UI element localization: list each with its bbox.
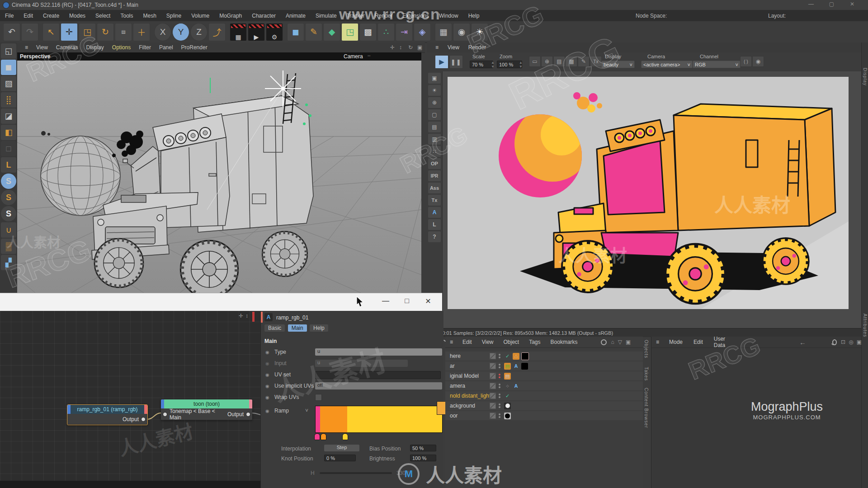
render-dots[interactable] <box>499 384 500 388</box>
tab-help[interactable]: Help <box>310 324 328 332</box>
hamburger-icon[interactable]: ≡ <box>450 339 458 345</box>
op-button[interactable]: OP <box>428 158 441 169</box>
vp-menu-options[interactable]: Options <box>108 44 135 51</box>
tx-button[interactable]: Tx <box>428 195 441 206</box>
material-tag-icon[interactable] <box>521 363 528 370</box>
render-dots[interactable] <box>499 374 500 378</box>
display-select[interactable]: beauty˅ <box>601 61 635 68</box>
ipr-play-button[interactable]: ▶ <box>435 55 448 69</box>
ipr-button[interactable]: IPR <box>428 170 441 181</box>
menu-window[interactable]: Window <box>434 13 463 19</box>
channel-select[interactable]: RGB˅ <box>693 61 741 68</box>
target-icon[interactable]: ◎ <box>849 339 853 345</box>
menu-volume[interactable]: Volume <box>186 13 214 19</box>
visibility-toggle[interactable] <box>490 393 496 399</box>
arnold-button[interactable]: A <box>428 207 441 218</box>
home-icon[interactable]: ⌂ <box>611 339 614 345</box>
check-tag-icon[interactable]: ✓ <box>504 393 511 399</box>
checker-pattern-icon[interactable]: ▞ <box>1 255 16 270</box>
tab-main[interactable]: Main <box>288 324 307 332</box>
add-camera-button[interactable]: ◉ <box>453 23 470 41</box>
render-picture-viewer-button[interactable]: ▶ <box>248 23 265 41</box>
material-tag-icon[interactable] <box>504 413 511 419</box>
magnet-button[interactable]: ∪ <box>1 222 16 238</box>
render-image[interactable] <box>448 77 849 309</box>
zoom-value[interactable]: 100 % <box>497 61 522 68</box>
lock-y-button[interactable]: Y <box>172 23 189 41</box>
ramp-knot-yellow[interactable] <box>342 433 348 440</box>
knot-value[interactable]: 0 % <box>324 455 356 461</box>
om-menu-tags[interactable]: Tags <box>524 339 545 345</box>
render-dots[interactable] <box>499 413 500 418</box>
rp-menu-edit[interactable]: Edit <box>688 339 708 345</box>
phong-tag-icon[interactable]: ∴ <box>513 353 519 360</box>
axis-tool-button[interactable]: ＋ <box>133 23 150 41</box>
maximize-icon[interactable]: □ <box>400 297 414 305</box>
minimize-window-icon[interactable]: — <box>808 1 814 7</box>
dock-tab-objects[interactable]: Objects <box>644 340 649 358</box>
close-window-icon[interactable]: ✕ <box>850 1 854 7</box>
add-cube-button[interactable]: ◼ <box>287 23 304 41</box>
menu-mesh[interactable]: Mesh <box>138 13 161 19</box>
viewport-camera-label[interactable]: Camera <box>344 53 363 60</box>
polygon-mode-button[interactable]: ◧ <box>1 125 16 140</box>
menu-create[interactable]: Create <box>38 13 64 19</box>
ipr-pause-button[interactable]: ❚❚ <box>449 55 463 69</box>
menu-animate[interactable]: Animate <box>281 13 311 19</box>
search-icon[interactable] <box>601 339 607 345</box>
hamburger-icon[interactable]: ≡ <box>21 44 32 51</box>
arnold-tag-icon[interactable]: A <box>513 383 519 389</box>
visibility-toggle[interactable] <box>490 383 496 389</box>
om-menu-view[interactable]: View <box>477 339 499 345</box>
menu-tracker[interactable]: Tracker <box>342 13 370 19</box>
visibility-toggle[interactable] <box>490 403 496 409</box>
render-settings-button[interactable]: ⚙ <box>266 23 283 41</box>
lock-z-button[interactable]: Z <box>190 23 208 41</box>
lock-x-button[interactable]: X <box>154 23 171 41</box>
add-floor-button[interactable]: ▦ <box>435 23 452 41</box>
vp-menu-cameras[interactable]: Cameras <box>52 44 82 51</box>
license-button[interactable]: L <box>428 219 441 230</box>
display-mode-icon[interactable]: ▣ <box>428 73 441 84</box>
tab-basic[interactable]: Basic <box>264 324 285 332</box>
menu-mograph[interactable]: MoGraph <box>214 13 247 19</box>
om-menu-object[interactable]: Object <box>499 339 524 345</box>
panel-icon[interactable]: ⊡ <box>841 339 845 345</box>
bulb-icon[interactable]: ☀ <box>428 85 441 96</box>
region-icon[interactable]: ⊕ <box>541 56 553 67</box>
visibility-toggle[interactable] <box>490 413 496 419</box>
material-thumb[interactable] <box>437 401 446 415</box>
input-port[interactable] <box>163 412 167 417</box>
object-row-sphere[interactable]: here ✓ ∴ <box>445 352 643 361</box>
edge-tab-attributes[interactable]: Attributes <box>863 314 868 337</box>
visibility-toggle[interactable] <box>490 363 496 369</box>
filter-icon[interactable]: ▽ <box>618 339 622 345</box>
tweak-mode-button[interactable]: □ <box>1 141 16 156</box>
object-row-background[interactable]: ackground <box>445 401 643 410</box>
axis-mode-button[interactable]: L <box>1 157 16 173</box>
hamburger-icon[interactable]: ≡ <box>431 44 443 51</box>
point-mode-button[interactable]: ⣿ <box>1 92 16 108</box>
node-editor[interactable]: ✛ ↕ ramp_rgb_01 (ramp_rgb) Output toon (… <box>0 311 260 481</box>
vp-menu-panel[interactable]: Panel <box>155 44 177 51</box>
scale-value[interactable]: 70 % <box>470 61 493 68</box>
object-row-camera[interactable]: amera ⁘ A <box>445 381 643 390</box>
snap-3d-button[interactable]: S <box>1 190 16 205</box>
render-view-button[interactable]: ▦ <box>230 23 247 41</box>
halftone-pattern-icon[interactable]: ▒ <box>1 239 16 254</box>
add-toon-button[interactable]: ◳ <box>341 23 359 41</box>
rp-menu-userdata[interactable]: User Data <box>708 336 736 348</box>
menu-extensions[interactable]: Extensions <box>397 13 434 19</box>
object-row-floor[interactable]: oor <box>445 411 643 420</box>
ramp-gradient[interactable] <box>315 406 443 433</box>
node-toon[interactable]: toon (toon) Tonemap < Base < Main Output <box>161 399 252 420</box>
output-port[interactable] <box>246 412 250 417</box>
object-row-distant-light[interactable]: nold distant_light ✓ <box>445 391 643 400</box>
hue-slider[interactable] <box>320 472 392 474</box>
interpolation-select[interactable]: Step <box>324 445 359 451</box>
uvset-field[interactable] <box>315 371 441 379</box>
live-selection-button[interactable]: ↖ <box>42 23 60 41</box>
hamburger-icon[interactable]: ≡ <box>656 339 664 345</box>
snap-button[interactable]: S <box>1 174 16 189</box>
vp-menu-filter[interactable]: Filter <box>135 44 155 51</box>
